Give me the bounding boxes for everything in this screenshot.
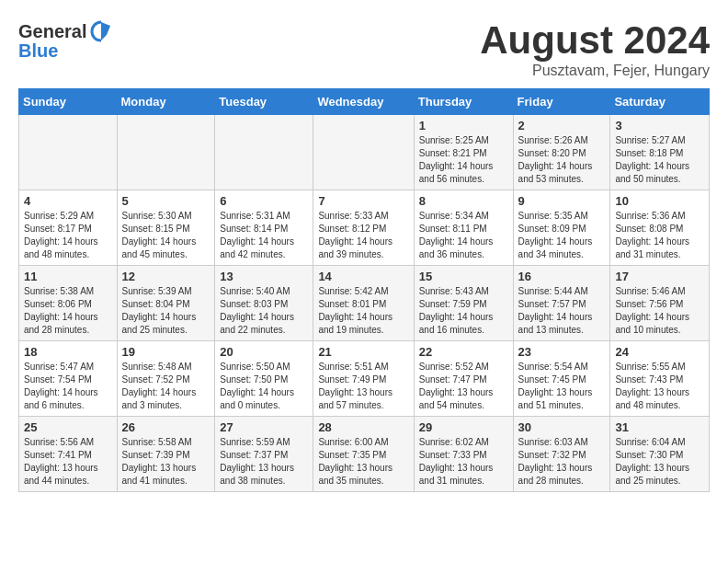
day-info: Sunrise: 5:54 AM Sunset: 7:45 PM Dayligh… xyxy=(518,361,606,412)
calendar-cell: 2Sunrise: 5:26 AM Sunset: 8:20 PM Daylig… xyxy=(513,115,610,190)
calendar-cell: 6Sunrise: 5:31 AM Sunset: 8:14 PM Daylig… xyxy=(215,190,313,266)
calendar-cell xyxy=(117,115,215,190)
day-info: Sunrise: 5:30 AM Sunset: 8:15 PM Dayligh… xyxy=(122,210,210,261)
day-number: 31 xyxy=(615,420,704,434)
weekday-header-tuesday: Tuesday xyxy=(215,89,313,115)
day-info: Sunrise: 5:38 AM Sunset: 8:06 PM Dayligh… xyxy=(24,285,112,337)
calendar-cell: 30Sunrise: 6:03 AM Sunset: 7:32 PM Dayli… xyxy=(513,417,610,492)
calendar-week-5: 25Sunrise: 5:56 AM Sunset: 7:41 PM Dayli… xyxy=(19,417,710,492)
day-number: 22 xyxy=(419,345,508,359)
day-number: 14 xyxy=(318,270,408,283)
weekday-header-saturday: Saturday xyxy=(610,89,710,115)
day-number: 26 xyxy=(122,420,210,434)
weekday-header-friday: Friday xyxy=(513,89,610,115)
calendar-cell: 14Sunrise: 5:42 AM Sunset: 8:01 PM Dayli… xyxy=(313,266,414,341)
day-number: 24 xyxy=(615,345,704,359)
day-info: Sunrise: 5:29 AM Sunset: 8:17 PM Dayligh… xyxy=(24,210,112,261)
day-info: Sunrise: 5:55 AM Sunset: 7:43 PM Dayligh… xyxy=(615,361,704,412)
day-info: Sunrise: 5:50 AM Sunset: 7:50 PM Dayligh… xyxy=(220,361,308,412)
calendar-cell: 27Sunrise: 5:59 AM Sunset: 7:37 PM Dayli… xyxy=(215,417,313,492)
calendar-cell: 20Sunrise: 5:50 AM Sunset: 7:50 PM Dayli… xyxy=(215,341,313,417)
calendar-cell: 12Sunrise: 5:39 AM Sunset: 8:04 PM Dayli… xyxy=(117,266,215,341)
day-number: 27 xyxy=(220,420,308,434)
calendar-cell: 18Sunrise: 5:47 AM Sunset: 7:54 PM Dayli… xyxy=(19,341,118,417)
day-info: Sunrise: 6:04 AM Sunset: 7:30 PM Dayligh… xyxy=(615,436,704,488)
day-info: Sunrise: 5:35 AM Sunset: 8:09 PM Dayligh… xyxy=(518,210,606,261)
calendar-header-row: SundayMondayTuesdayWednesdayThursdayFrid… xyxy=(19,89,710,115)
calendar-cell: 29Sunrise: 6:02 AM Sunset: 7:33 PM Dayli… xyxy=(414,417,513,492)
day-number: 10 xyxy=(615,194,704,208)
calendar-cell: 8Sunrise: 5:34 AM Sunset: 8:11 PM Daylig… xyxy=(414,190,513,266)
day-number: 29 xyxy=(419,420,508,434)
day-info: Sunrise: 5:59 AM Sunset: 7:37 PM Dayligh… xyxy=(220,436,308,488)
calendar-week-4: 18Sunrise: 5:47 AM Sunset: 7:54 PM Dayli… xyxy=(19,341,710,417)
day-info: Sunrise: 5:27 AM Sunset: 8:18 PM Dayligh… xyxy=(615,134,704,186)
day-info: Sunrise: 5:48 AM Sunset: 7:52 PM Dayligh… xyxy=(122,361,210,412)
day-info: Sunrise: 5:42 AM Sunset: 8:01 PM Dayligh… xyxy=(318,285,408,337)
day-number: 8 xyxy=(419,194,508,208)
day-number: 19 xyxy=(122,345,210,359)
calendar-cell: 11Sunrise: 5:38 AM Sunset: 8:06 PM Dayli… xyxy=(19,266,118,341)
day-number: 4 xyxy=(24,194,112,208)
day-info: Sunrise: 5:34 AM Sunset: 8:11 PM Dayligh… xyxy=(419,210,508,261)
day-number: 5 xyxy=(122,194,210,208)
day-number: 30 xyxy=(518,420,606,434)
calendar-cell: 3Sunrise: 5:27 AM Sunset: 8:18 PM Daylig… xyxy=(610,115,710,190)
day-number: 2 xyxy=(518,119,606,132)
day-info: Sunrise: 5:40 AM Sunset: 8:03 PM Dayligh… xyxy=(220,285,308,337)
day-info: Sunrise: 5:56 AM Sunset: 7:41 PM Dayligh… xyxy=(24,436,112,488)
calendar-cell: 23Sunrise: 5:54 AM Sunset: 7:45 PM Dayli… xyxy=(513,341,610,417)
calendar-cell: 28Sunrise: 6:00 AM Sunset: 7:35 PM Dayli… xyxy=(313,417,414,492)
calendar-cell: 25Sunrise: 5:56 AM Sunset: 7:41 PM Dayli… xyxy=(19,417,118,492)
calendar-cell xyxy=(19,115,118,190)
calendar-week-1: 1Sunrise: 5:25 AM Sunset: 8:21 PM Daylig… xyxy=(19,115,710,190)
day-info: Sunrise: 5:52 AM Sunset: 7:47 PM Dayligh… xyxy=(419,361,508,412)
weekday-header-sunday: Sunday xyxy=(19,89,118,115)
day-info: Sunrise: 6:03 AM Sunset: 7:32 PM Dayligh… xyxy=(518,436,606,488)
calendar-cell: 5Sunrise: 5:30 AM Sunset: 8:15 PM Daylig… xyxy=(117,190,215,266)
day-info: Sunrise: 5:58 AM Sunset: 7:39 PM Dayligh… xyxy=(122,436,210,488)
calendar-cell: 22Sunrise: 5:52 AM Sunset: 7:47 PM Dayli… xyxy=(414,341,513,417)
day-info: Sunrise: 5:39 AM Sunset: 8:04 PM Dayligh… xyxy=(122,285,210,337)
day-number: 12 xyxy=(122,270,210,283)
location-text: Pusztavam, Fejer, Hungary xyxy=(480,63,710,79)
day-number: 6 xyxy=(220,194,308,208)
day-info: Sunrise: 5:33 AM Sunset: 8:12 PM Dayligh… xyxy=(318,210,408,261)
calendar-week-3: 11Sunrise: 5:38 AM Sunset: 8:06 PM Dayli… xyxy=(19,266,710,341)
weekday-header-monday: Monday xyxy=(117,89,215,115)
day-info: Sunrise: 5:43 AM Sunset: 7:59 PM Dayligh… xyxy=(419,285,508,337)
weekday-header-thursday: Thursday xyxy=(414,89,513,115)
day-info: Sunrise: 5:44 AM Sunset: 7:57 PM Dayligh… xyxy=(518,285,606,337)
calendar-cell: 4Sunrise: 5:29 AM Sunset: 8:17 PM Daylig… xyxy=(19,190,118,266)
calendar-cell: 13Sunrise: 5:40 AM Sunset: 8:03 PM Dayli… xyxy=(215,266,313,341)
calendar-cell: 7Sunrise: 5:33 AM Sunset: 8:12 PM Daylig… xyxy=(313,190,414,266)
day-number: 21 xyxy=(318,345,408,359)
calendar-cell: 16Sunrise: 5:44 AM Sunset: 7:57 PM Dayli… xyxy=(513,266,610,341)
title-section: August 2024 Pusztavam, Fejer, Hungary xyxy=(480,18,710,79)
logo-icon xyxy=(88,18,114,44)
day-number: 17 xyxy=(615,270,704,283)
day-number: 28 xyxy=(318,420,408,434)
calendar-cell xyxy=(215,115,313,190)
logo: General Blue xyxy=(18,18,114,62)
calendar-body: 1Sunrise: 5:25 AM Sunset: 8:21 PM Daylig… xyxy=(19,115,710,492)
page-header: General Blue August 2024 Pusztavam, Feje… xyxy=(18,18,710,79)
logo-blue-text: Blue xyxy=(18,40,58,62)
day-info: Sunrise: 5:31 AM Sunset: 8:14 PM Dayligh… xyxy=(220,210,308,261)
day-info: Sunrise: 5:36 AM Sunset: 8:08 PM Dayligh… xyxy=(615,210,704,261)
calendar-cell: 10Sunrise: 5:36 AM Sunset: 8:08 PM Dayli… xyxy=(610,190,710,266)
day-number: 3 xyxy=(615,119,704,132)
day-info: Sunrise: 5:26 AM Sunset: 8:20 PM Dayligh… xyxy=(518,134,606,186)
day-info: Sunrise: 6:00 AM Sunset: 7:35 PM Dayligh… xyxy=(318,436,408,488)
day-number: 7 xyxy=(318,194,408,208)
day-info: Sunrise: 5:47 AM Sunset: 7:54 PM Dayligh… xyxy=(24,361,112,412)
calendar-cell: 17Sunrise: 5:46 AM Sunset: 7:56 PM Dayli… xyxy=(610,266,710,341)
day-number: 18 xyxy=(24,345,112,359)
calendar-cell: 15Sunrise: 5:43 AM Sunset: 7:59 PM Dayli… xyxy=(414,266,513,341)
calendar-cell xyxy=(313,115,414,190)
calendar-cell: 19Sunrise: 5:48 AM Sunset: 7:52 PM Dayli… xyxy=(117,341,215,417)
day-number: 25 xyxy=(24,420,112,434)
weekday-header-wednesday: Wednesday xyxy=(313,89,414,115)
day-number: 13 xyxy=(220,270,308,283)
day-number: 23 xyxy=(518,345,606,359)
